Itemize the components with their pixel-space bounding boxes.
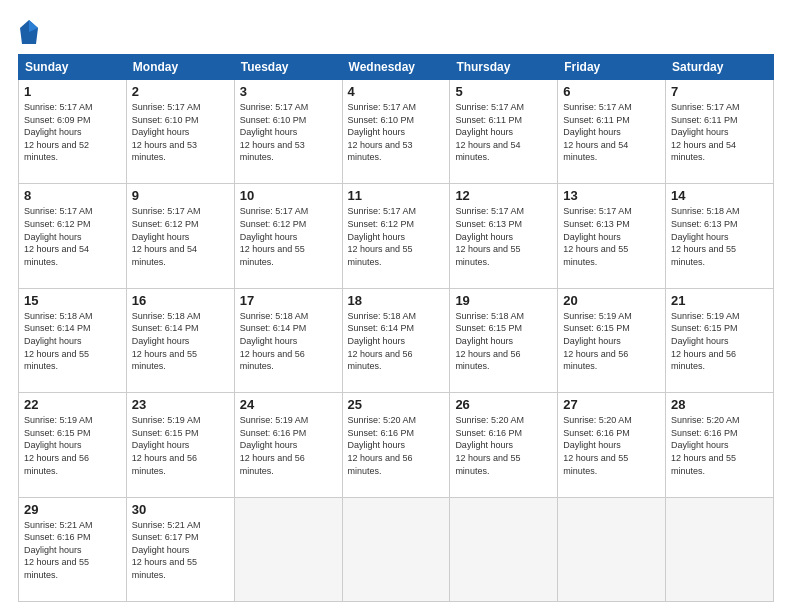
table-row: 10Sunrise: 5:17 AMSunset: 6:12 PMDayligh… bbox=[234, 184, 342, 288]
table-row: 30Sunrise: 5:21 AMSunset: 6:17 PMDayligh… bbox=[126, 497, 234, 601]
cell-text: Sunrise: 5:17 AMSunset: 6:10 PMDaylight … bbox=[240, 102, 309, 162]
day-number: 7 bbox=[671, 84, 768, 99]
day-number: 1 bbox=[24, 84, 121, 99]
table-row: 7Sunrise: 5:17 AMSunset: 6:11 PMDaylight… bbox=[666, 80, 774, 184]
table-row: 1Sunrise: 5:17 AMSunset: 6:09 PMDaylight… bbox=[19, 80, 127, 184]
day-number: 27 bbox=[563, 397, 660, 412]
day-number: 23 bbox=[132, 397, 229, 412]
col-friday: Friday bbox=[558, 55, 666, 80]
table-row: 3Sunrise: 5:17 AMSunset: 6:10 PMDaylight… bbox=[234, 80, 342, 184]
table-row: 18Sunrise: 5:18 AMSunset: 6:14 PMDayligh… bbox=[342, 288, 450, 392]
table-row: 2Sunrise: 5:17 AMSunset: 6:10 PMDaylight… bbox=[126, 80, 234, 184]
cell-text: Sunrise: 5:19 AMSunset: 6:15 PMDaylight … bbox=[563, 311, 632, 371]
table-row: 11Sunrise: 5:17 AMSunset: 6:12 PMDayligh… bbox=[342, 184, 450, 288]
table-row: 29Sunrise: 5:21 AMSunset: 6:16 PMDayligh… bbox=[19, 497, 127, 601]
table-row: 5Sunrise: 5:17 AMSunset: 6:11 PMDaylight… bbox=[450, 80, 558, 184]
table-row: 15Sunrise: 5:18 AMSunset: 6:14 PMDayligh… bbox=[19, 288, 127, 392]
day-number: 2 bbox=[132, 84, 229, 99]
table-row: 27Sunrise: 5:20 AMSunset: 6:16 PMDayligh… bbox=[558, 393, 666, 497]
table-row: 21Sunrise: 5:19 AMSunset: 6:15 PMDayligh… bbox=[666, 288, 774, 392]
table-row: 22Sunrise: 5:19 AMSunset: 6:15 PMDayligh… bbox=[19, 393, 127, 497]
cell-text: Sunrise: 5:17 AMSunset: 6:10 PMDaylight … bbox=[348, 102, 417, 162]
day-number: 4 bbox=[348, 84, 445, 99]
cell-text: Sunrise: 5:18 AMSunset: 6:14 PMDaylight … bbox=[24, 311, 93, 371]
day-number: 6 bbox=[563, 84, 660, 99]
day-number: 24 bbox=[240, 397, 337, 412]
table-row: 12Sunrise: 5:17 AMSunset: 6:13 PMDayligh… bbox=[450, 184, 558, 288]
day-number: 16 bbox=[132, 293, 229, 308]
table-row: 17Sunrise: 5:18 AMSunset: 6:14 PMDayligh… bbox=[234, 288, 342, 392]
day-number: 29 bbox=[24, 502, 121, 517]
table-row: 23Sunrise: 5:19 AMSunset: 6:15 PMDayligh… bbox=[126, 393, 234, 497]
cell-text: Sunrise: 5:18 AMSunset: 6:15 PMDaylight … bbox=[455, 311, 524, 371]
day-number: 13 bbox=[563, 188, 660, 203]
day-number: 30 bbox=[132, 502, 229, 517]
cell-text: Sunrise: 5:17 AMSunset: 6:13 PMDaylight … bbox=[455, 206, 524, 266]
cell-text: Sunrise: 5:17 AMSunset: 6:11 PMDaylight … bbox=[671, 102, 740, 162]
col-thursday: Thursday bbox=[450, 55, 558, 80]
cell-text: Sunrise: 5:18 AMSunset: 6:13 PMDaylight … bbox=[671, 206, 740, 266]
cell-text: Sunrise: 5:17 AMSunset: 6:12 PMDaylight … bbox=[132, 206, 201, 266]
col-tuesday: Tuesday bbox=[234, 55, 342, 80]
day-number: 8 bbox=[24, 188, 121, 203]
table-row: 26Sunrise: 5:20 AMSunset: 6:16 PMDayligh… bbox=[450, 393, 558, 497]
cell-text: Sunrise: 5:20 AMSunset: 6:16 PMDaylight … bbox=[348, 415, 417, 475]
table-row: 20Sunrise: 5:19 AMSunset: 6:15 PMDayligh… bbox=[558, 288, 666, 392]
day-number: 21 bbox=[671, 293, 768, 308]
day-number: 17 bbox=[240, 293, 337, 308]
table-row bbox=[666, 497, 774, 601]
cell-text: Sunrise: 5:21 AMSunset: 6:17 PMDaylight … bbox=[132, 520, 201, 580]
table-row: 9Sunrise: 5:17 AMSunset: 6:12 PMDaylight… bbox=[126, 184, 234, 288]
cell-text: Sunrise: 5:19 AMSunset: 6:15 PMDaylight … bbox=[671, 311, 740, 371]
calendar-header-row: Sunday Monday Tuesday Wednesday Thursday… bbox=[19, 55, 774, 80]
day-number: 28 bbox=[671, 397, 768, 412]
cell-text: Sunrise: 5:17 AMSunset: 6:13 PMDaylight … bbox=[563, 206, 632, 266]
table-row: 6Sunrise: 5:17 AMSunset: 6:11 PMDaylight… bbox=[558, 80, 666, 184]
table-row: 24Sunrise: 5:19 AMSunset: 6:16 PMDayligh… bbox=[234, 393, 342, 497]
cell-text: Sunrise: 5:17 AMSunset: 6:09 PMDaylight … bbox=[24, 102, 93, 162]
cell-text: Sunrise: 5:19 AMSunset: 6:15 PMDaylight … bbox=[132, 415, 201, 475]
table-row: 4Sunrise: 5:17 AMSunset: 6:10 PMDaylight… bbox=[342, 80, 450, 184]
day-number: 18 bbox=[348, 293, 445, 308]
table-row: 14Sunrise: 5:18 AMSunset: 6:13 PMDayligh… bbox=[666, 184, 774, 288]
day-number: 26 bbox=[455, 397, 552, 412]
cell-text: Sunrise: 5:21 AMSunset: 6:16 PMDaylight … bbox=[24, 520, 93, 580]
cell-text: Sunrise: 5:19 AMSunset: 6:16 PMDaylight … bbox=[240, 415, 309, 475]
cell-text: Sunrise: 5:20 AMSunset: 6:16 PMDaylight … bbox=[671, 415, 740, 475]
day-number: 5 bbox=[455, 84, 552, 99]
day-number: 20 bbox=[563, 293, 660, 308]
cell-text: Sunrise: 5:17 AMSunset: 6:12 PMDaylight … bbox=[348, 206, 417, 266]
cell-text: Sunrise: 5:18 AMSunset: 6:14 PMDaylight … bbox=[240, 311, 309, 371]
cell-text: Sunrise: 5:17 AMSunset: 6:11 PMDaylight … bbox=[563, 102, 632, 162]
cell-text: Sunrise: 5:17 AMSunset: 6:12 PMDaylight … bbox=[24, 206, 93, 266]
day-number: 14 bbox=[671, 188, 768, 203]
col-saturday: Saturday bbox=[666, 55, 774, 80]
day-number: 9 bbox=[132, 188, 229, 203]
header bbox=[18, 18, 774, 46]
cell-text: Sunrise: 5:19 AMSunset: 6:15 PMDaylight … bbox=[24, 415, 93, 475]
day-number: 19 bbox=[455, 293, 552, 308]
cell-text: Sunrise: 5:18 AMSunset: 6:14 PMDaylight … bbox=[132, 311, 201, 371]
table-row: 28Sunrise: 5:20 AMSunset: 6:16 PMDayligh… bbox=[666, 393, 774, 497]
cell-text: Sunrise: 5:18 AMSunset: 6:14 PMDaylight … bbox=[348, 311, 417, 371]
table-row: 25Sunrise: 5:20 AMSunset: 6:16 PMDayligh… bbox=[342, 393, 450, 497]
logo-icon bbox=[18, 18, 40, 46]
day-number: 11 bbox=[348, 188, 445, 203]
day-number: 15 bbox=[24, 293, 121, 308]
cell-text: Sunrise: 5:17 AMSunset: 6:12 PMDaylight … bbox=[240, 206, 309, 266]
table-row bbox=[234, 497, 342, 601]
cell-text: Sunrise: 5:20 AMSunset: 6:16 PMDaylight … bbox=[455, 415, 524, 475]
table-row bbox=[342, 497, 450, 601]
table-row: 16Sunrise: 5:18 AMSunset: 6:14 PMDayligh… bbox=[126, 288, 234, 392]
page: Sunday Monday Tuesday Wednesday Thursday… bbox=[0, 0, 792, 612]
logo bbox=[18, 18, 44, 46]
day-number: 10 bbox=[240, 188, 337, 203]
table-row bbox=[450, 497, 558, 601]
day-number: 3 bbox=[240, 84, 337, 99]
col-monday: Monday bbox=[126, 55, 234, 80]
cell-text: Sunrise: 5:17 AMSunset: 6:11 PMDaylight … bbox=[455, 102, 524, 162]
cell-text: Sunrise: 5:20 AMSunset: 6:16 PMDaylight … bbox=[563, 415, 632, 475]
table-row: 19Sunrise: 5:18 AMSunset: 6:15 PMDayligh… bbox=[450, 288, 558, 392]
table-row: 8Sunrise: 5:17 AMSunset: 6:12 PMDaylight… bbox=[19, 184, 127, 288]
day-number: 12 bbox=[455, 188, 552, 203]
